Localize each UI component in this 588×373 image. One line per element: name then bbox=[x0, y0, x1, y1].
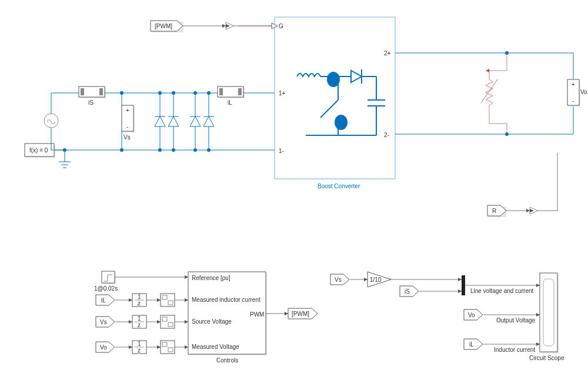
ground-block[interactable] bbox=[59, 150, 71, 168]
gain-block[interactable]: 1/10 bbox=[368, 272, 391, 287]
pwm-goto-label: [PWM] bbox=[292, 311, 309, 317]
svg-marker-108 bbox=[129, 298, 132, 302]
svg-marker-133 bbox=[185, 320, 188, 324]
port-g-label: G bbox=[279, 23, 283, 29]
svg-marker-147 bbox=[185, 345, 188, 349]
svg-marker-105 bbox=[185, 275, 188, 279]
svg-rect-159 bbox=[462, 275, 465, 295]
iL-meas-label: iL bbox=[228, 99, 232, 106]
svg-text:+: + bbox=[126, 107, 129, 114]
R-from-label: R bbox=[492, 208, 496, 214]
svg-point-28 bbox=[44, 114, 58, 128]
Vs-meas-block[interactable]: + - Vs bbox=[122, 105, 135, 141]
svg-rect-44 bbox=[238, 88, 242, 95]
iS-meas-block[interactable]: iS bbox=[79, 86, 106, 106]
step-block[interactable]: 1@0.02s bbox=[94, 271, 118, 292]
svg-point-63 bbox=[172, 91, 175, 95]
svg-point-64 bbox=[172, 148, 175, 152]
svg-text:z: z bbox=[138, 322, 141, 328]
svg-point-14 bbox=[327, 72, 340, 87]
from-iL-block[interactable]: iL bbox=[96, 295, 115, 305]
svg-marker-158 bbox=[458, 289, 462, 293]
svg-marker-66 bbox=[190, 116, 201, 126]
svg-point-73 bbox=[207, 91, 211, 95]
scope-from-iS[interactable]: iS bbox=[400, 286, 419, 297]
svg-text:iL: iL bbox=[469, 341, 474, 348]
pwm-from-block[interactable]: [PWM] bbox=[151, 21, 183, 32]
R-from-block[interactable]: R bbox=[487, 205, 506, 217]
solver-block[interactable]: f(x) = 0 bbox=[25, 144, 55, 158]
svg-rect-103 bbox=[102, 271, 115, 283]
svg-text:Vo: Vo bbox=[100, 344, 107, 351]
svg-marker-95 bbox=[526, 209, 530, 212]
svg-text:iL: iL bbox=[101, 297, 106, 304]
delay-Vs[interactable]: 1 z bbox=[132, 315, 146, 328]
controls-block[interactable]: Reference [pu] Measured inductor current… bbox=[188, 272, 267, 364]
pwm-from-label: [PWM] bbox=[155, 23, 172, 29]
svg-line-92 bbox=[481, 79, 497, 103]
Vs-meas-label: Vs bbox=[123, 134, 131, 141]
iS-meas-label: iS bbox=[88, 99, 93, 106]
variable-resistor-block[interactable] bbox=[481, 53, 507, 134]
svg-marker-149 bbox=[285, 312, 288, 315]
boost-converter-label: Boost Converter bbox=[318, 183, 360, 189]
svg-marker-136 bbox=[129, 345, 132, 349]
svg-rect-0 bbox=[275, 17, 395, 179]
scope-ind-i-label: Inductor current bbox=[494, 347, 535, 353]
svg-point-61 bbox=[158, 91, 162, 95]
svg-rect-43 bbox=[219, 88, 223, 95]
dtc-block-1[interactable] bbox=[226, 22, 234, 29]
port-2plus-label: 2+ bbox=[384, 50, 391, 56]
svg-rect-170 bbox=[543, 279, 554, 346]
svg-text:1: 1 bbox=[138, 341, 141, 347]
diode-pair-2[interactable] bbox=[190, 93, 214, 150]
port-1minus-label: 1- bbox=[279, 148, 284, 154]
svg-text:-: - bbox=[572, 98, 574, 104]
svg-marker-59 bbox=[168, 116, 179, 126]
svg-marker-161 bbox=[536, 284, 540, 287]
pwm-goto-block[interactable]: [PWM] bbox=[288, 308, 318, 319]
rate-iL[interactable] bbox=[161, 294, 175, 307]
controls-ref-label: Reference [pu] bbox=[192, 275, 230, 281]
scope-from-iL[interactable]: iL bbox=[464, 339, 483, 349]
svg-point-62 bbox=[158, 148, 162, 152]
scope-line-vi-label: Line voltage and current bbox=[470, 288, 534, 294]
svg-point-74 bbox=[207, 148, 211, 152]
from-Vo-block[interactable]: Vo bbox=[96, 342, 115, 352]
step-label: 1@0.02s bbox=[94, 285, 118, 292]
Vo-meas-label: Vo bbox=[580, 89, 587, 95]
from-Vs-block[interactable]: Vs bbox=[96, 317, 115, 327]
ac-source-block[interactable] bbox=[44, 114, 58, 128]
controls-ind-label: Measured inductor current bbox=[192, 297, 260, 303]
svg-marker-114 bbox=[157, 298, 161, 302]
svg-point-15 bbox=[335, 115, 348, 130]
svg-marker-69 bbox=[203, 116, 214, 126]
svg-marker-119 bbox=[185, 298, 188, 302]
svg-marker-142 bbox=[157, 345, 161, 349]
svg-text:-: - bbox=[126, 124, 128, 130]
mux-block[interactable] bbox=[462, 275, 465, 295]
svg-point-53 bbox=[120, 91, 123, 95]
rate-Vs[interactable] bbox=[161, 315, 175, 328]
delay-iL[interactable]: 1 z bbox=[132, 294, 146, 307]
solver-label: f(x) = 0 bbox=[29, 147, 48, 154]
scope-from-Vo[interactable]: Vo bbox=[464, 309, 483, 320]
svg-marker-87 bbox=[486, 69, 489, 72]
boost-converter-block[interactable]: G 1+ 1- 2+ 2- Boost Converter bbox=[272, 17, 395, 189]
scope-from-Vs[interactable]: Vs bbox=[330, 274, 349, 285]
svg-text:iS: iS bbox=[405, 288, 410, 295]
svg-rect-38 bbox=[81, 88, 84, 95]
rate-Vo[interactable] bbox=[161, 341, 175, 354]
dtc-block-2[interactable] bbox=[530, 207, 538, 214]
svg-marker-122 bbox=[129, 320, 132, 324]
svg-marker-152 bbox=[364, 278, 368, 281]
svg-text:z: z bbox=[138, 300, 141, 307]
diode-pair-1[interactable] bbox=[155, 93, 179, 150]
port-2minus-label: 2- bbox=[384, 132, 389, 138]
svg-point-54 bbox=[120, 148, 123, 152]
Vo-meas-block[interactable]: + - Vo bbox=[567, 79, 587, 106]
delay-Vo[interactable]: 1 z bbox=[132, 341, 146, 354]
svg-marker-128 bbox=[157, 320, 161, 324]
iL-meas-block[interactable]: iL bbox=[218, 86, 245, 106]
svg-marker-164 bbox=[536, 313, 540, 317]
